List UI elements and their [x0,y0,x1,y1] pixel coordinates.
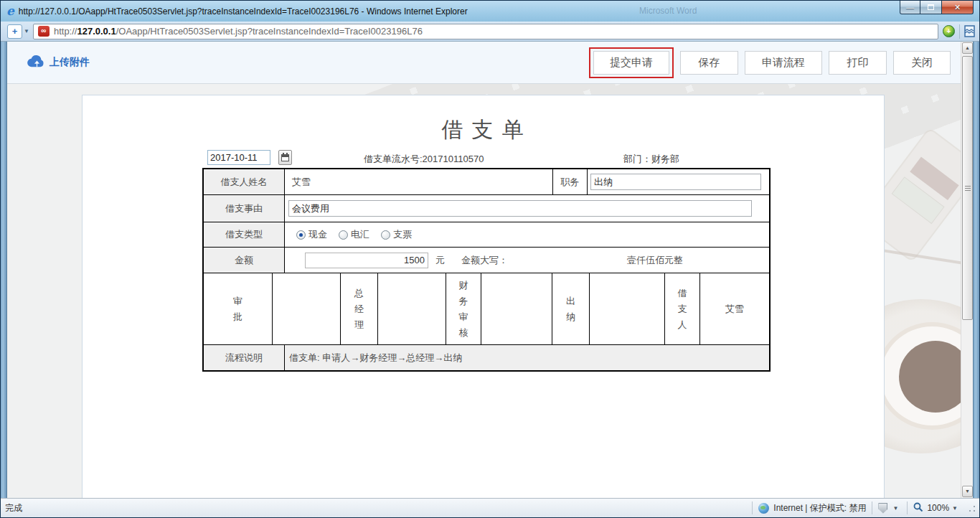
table-row: 借支类型 现金 电汇 支票 [204,222,769,247]
borrower-label: 借支人 [677,286,689,333]
internet-zone-icon [758,503,769,514]
divider [959,24,960,39]
approval-label: 审批 [232,293,244,325]
radio-wire-transfer-label: 电汇 [351,228,369,241]
loan-type-cell: 现金 电汇 支票 [284,222,769,247]
address-bar: + ▼ ∞ http://127.0.0.1/OAapp/HtTrace0503… [1,22,979,42]
table-row: 金额 元 金额大写： 壹仟伍佰元整 [204,247,769,273]
status-bar: 完成 Internet | 保护模式: 禁用 ▼ 100% ▼ [1,498,979,517]
radio-cheque[interactable] [381,230,390,240]
window-title: http://127.0.0.1/OAapp/HtTrace0503Servle… [19,6,468,17]
upload-attachment-link[interactable]: 上传附件 [26,55,90,71]
page-scrollbar[interactable]: ▲ ▼ [961,42,973,498]
zone-text: Internet | 保护模式: 禁用 [773,502,866,514]
url-text: http://127.0.0.1/OAapp/HtTrace0503Servle… [54,26,423,37]
close-icon: ✕ [954,3,961,12]
radio-cash-label: 现金 [308,228,327,241]
compatibility-view-icon[interactable] [964,25,975,37]
window-frame-left [1,42,7,498]
divider [752,501,753,514]
flow-description-row: 流程说明 借支单: 申请人→财务经理→总经理→出纳 [204,344,769,370]
reason-input[interactable] [288,200,752,217]
radio-cash[interactable] [296,230,306,240]
background-window-title: Microsoft Word [639,6,697,16]
borrower-name-label: 借支人姓名 [204,169,284,194]
loan-form-container: 借 支 单 借支单流水号:201710110570 部门：财务部 借支人姓名 艾… [82,95,885,498]
amount-input[interactable] [305,253,428,268]
table-row: 借支事由 [204,194,769,222]
close-page-button[interactable]: 关闭 [893,51,951,75]
loan-type-options: 现金 电汇 支票 [296,228,423,241]
position-input[interactable] [590,174,761,190]
scrollbar-thumb[interactable] [962,56,973,320]
amount-cell: 元 金额大写： 壹仟伍佰元整 [284,248,769,273]
borrower-label-cell: 借支人 [664,273,699,344]
borrower-name-value: 艾雪 [284,169,552,194]
window-controls: — ✕ [900,1,974,14]
security-report-icon[interactable] [878,503,887,514]
browser-window: e http://127.0.0.1/OAapp/HtTrace0503Serv… [0,0,980,518]
cashier-label-cell: 出纳 [552,273,589,344]
serial-number-text: 借支单流水号:201710110570 [364,153,484,166]
divider [872,501,872,514]
address-bar-actions: + [943,24,975,39]
green-plugin-icon[interactable]: + [943,25,955,37]
maximize-icon [928,4,934,10]
borrower-sign-value: 艾雪 [725,303,744,316]
reason-cell [284,195,769,222]
toolbar-buttons: 提交申请 保存 申请流程 打印 关闭 [589,47,951,78]
approval-sign-cell [272,273,340,344]
page-content: 上传附件 提交申请 保存 申请流程 打印 关闭 [7,42,961,498]
annotation-red-box: 提交申请 [589,47,674,78]
upload-attachment-label: 上传附件 [50,56,90,69]
calendar-button[interactable] [278,150,292,165]
radio-wire-transfer[interactable] [339,230,348,240]
form-title: 借 支 单 [83,116,884,145]
window-body: 上传附件 提交申请 保存 申请流程 打印 关闭 [1,42,979,498]
department-text: 部门：财务部 [623,153,679,166]
chevron-down-icon[interactable]: ▼ [24,28,29,34]
scroll-down-button[interactable]: ▼ [962,486,973,497]
general-manager-sign-cell [377,273,446,344]
form-toolbar: 上传附件 提交申请 保存 申请流程 打印 关闭 [7,42,961,84]
close-window-button[interactable]: ✕ [941,1,974,14]
zoom-level-text[interactable]: 100% [927,503,949,513]
borrower-sign-cell: 艾雪 [699,273,769,344]
cashier-label: 出纳 [565,293,577,325]
table-row: 借支人姓名 艾雪 职务 [204,169,769,194]
status-text: 完成 [5,502,22,514]
general-manager-label-cell: 总经理 [340,273,377,344]
radio-cheque-label: 支票 [393,228,412,241]
flow-description-label: 流程说明 [204,345,284,370]
application-flow-button[interactable]: 申请流程 [745,51,822,75]
title-bar: e http://127.0.0.1/OAapp/HtTrace0503Serv… [1,1,979,22]
scroll-up-button[interactable]: ▲ [962,42,973,54]
submit-application-button[interactable]: 提交申请 [593,51,669,75]
maximize-button[interactable] [920,1,941,14]
resize-grip[interactable] [966,503,976,513]
form-header-row: 借支单流水号:201710110570 部门：财务部 [83,150,884,167]
site-favicon: ∞ [38,26,50,37]
chevron-down-icon[interactable]: ▼ [952,505,958,512]
finance-audit-label: 财务审核 [458,278,470,341]
amount-caps-value: 壹仟伍佰元整 [627,254,683,267]
position-label: 职务 [552,169,587,194]
form-page: 借 支 单 借支单流水号:201710110570 部门：财务部 借支人姓名 艾… [7,84,961,498]
amount-caps-label: 金额大写： [461,254,508,267]
position-cell [587,169,769,194]
chevron-down-icon[interactable]: ▼ [892,505,898,512]
date-input[interactable] [207,150,270,165]
zoom-icon[interactable] [913,502,923,514]
divider [907,501,908,514]
save-button[interactable]: 保存 [680,51,738,75]
ie-icon: e [6,5,14,17]
minimize-button[interactable]: — [900,1,920,14]
new-tab-button[interactable]: + [7,24,22,39]
amount-unit: 元 [435,254,445,267]
address-input[interactable]: ∞ http://127.0.0.1/OAapp/HtTrace0503Serv… [33,24,938,39]
loan-type-label: 借支类型 [204,222,284,247]
minimize-icon: — [906,3,914,11]
print-button[interactable]: 打印 [829,51,887,75]
cashier-sign-cell [589,273,664,344]
status-right-group: Internet | 保护模式: 禁用 ▼ 100% ▼ [746,501,976,514]
